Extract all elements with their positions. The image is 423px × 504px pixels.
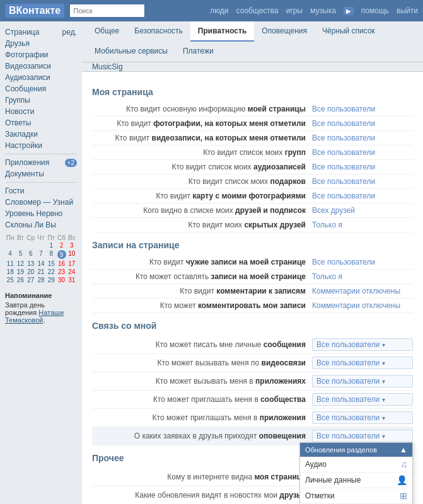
cal-day-19[interactable]: 19 <box>15 268 25 276</box>
sidebar-item-photos[interactable]: Фотографии <box>0 49 82 60</box>
dropdown-item-personal[interactable]: Личные данные 👤 <box>300 472 412 488</box>
tab-blacklist[interactable]: Чёрный список <box>315 21 383 42</box>
tab-notifications[interactable]: Оповещения <box>254 21 315 42</box>
sidebar-item-groups[interactable]: Группы <box>0 94 82 106</box>
sidebar-edit-link[interactable]: ред. <box>62 28 77 37</box>
cal-day-7[interactable]: 7 <box>36 249 46 260</box>
app-call-dropdown[interactable]: Все пользователи <box>312 375 413 387</box>
sidebar-item-friends[interactable]: Друзья <box>0 38 82 49</box>
cal-day-1[interactable]: 1 <box>46 241 56 249</box>
sidebar-videos-link[interactable]: Видеозаписи <box>5 62 51 71</box>
dropdown-item-marks[interactable]: Отметки ⊞ <box>300 488 412 504</box>
cal-day-24[interactable]: 24 <box>67 268 77 276</box>
messages-dropdown[interactable]: Все пользователи <box>312 338 413 351</box>
sidebar-page-link[interactable]: Страница <box>5 28 39 37</box>
cal-day-29[interactable]: 29 <box>46 276 56 284</box>
privacy-link-main-info[interactable]: Все пользователи <box>312 105 375 113</box>
sidebar-friends-link[interactable]: Друзья <box>5 39 30 48</box>
privacy-link-hidden-friends[interactable]: Только я <box>312 220 342 229</box>
tab-mobile[interactable]: Мобильные сервисы <box>87 42 175 62</box>
nav-people[interactable]: люди <box>210 6 228 15</box>
sidebar-item-messages[interactable]: Сообщения <box>0 83 82 94</box>
sidebar-item-videos[interactable]: Видеозаписи <box>0 60 82 72</box>
sidebar-answers-link[interactable]: Ответы <box>5 118 31 127</box>
privacy-link-audio[interactable]: Все пользователи <box>312 163 375 171</box>
sidebar-item-answers[interactable]: Ответы <box>0 117 82 129</box>
sidebar-item-settings[interactable]: Настройки <box>0 140 82 151</box>
privacy-link-gifts[interactable]: Все пользователи <box>312 177 375 186</box>
sidebar-item-sklony[interactable]: Склоны Ли Вы <box>0 219 82 231</box>
cal-day-20[interactable]: 20 <box>26 268 36 276</box>
cal-day-15[interactable]: 15 <box>46 260 56 268</box>
subtab-musicsig[interactable]: MusicSig <box>87 60 128 74</box>
tab-payments[interactable]: Платежи <box>175 42 221 62</box>
sidebar-slovomer-link[interactable]: Словомер — Узнай <box>5 198 73 207</box>
nav-communities[interactable]: сообщества <box>236 6 279 15</box>
cal-day-12[interactable]: 12 <box>15 260 25 268</box>
sidebar-sklony-link[interactable]: Склоны Ли Вы <box>5 220 56 229</box>
cal-day-2[interactable]: 2 <box>56 241 66 249</box>
sidebar-item-slovomer[interactable]: Словомер — Узнай <box>0 197 82 208</box>
sidebar-messages-link[interactable]: Сообщения <box>5 84 46 93</box>
sidebar-documents-link[interactable]: Документы <box>5 169 44 178</box>
cal-day-28[interactable]: 28 <box>36 276 46 284</box>
cal-day-26[interactable]: 26 <box>15 276 25 284</box>
sidebar-item-bookmarks[interactable]: Закладки <box>0 129 82 140</box>
cal-day-4[interactable]: 4 <box>5 249 15 260</box>
cal-day-13[interactable]: 13 <box>26 260 36 268</box>
privacy-link-groups[interactable]: Все пользователи <box>312 148 375 157</box>
privacy-link-others-posts[interactable]: Все пользователи <box>312 258 375 266</box>
privacy-link-can-comment[interactable]: Комментарии отключены <box>312 301 400 310</box>
invite-community-dropdown[interactable]: Все пользователи <box>312 393 413 406</box>
sidebar-photos-link[interactable]: Фотографии <box>5 50 49 59</box>
cal-day-18[interactable]: 18 <box>5 268 15 276</box>
sidebar-apps-link[interactable]: Приложения <box>5 158 49 167</box>
privacy-link-see-comments[interactable]: Комментарии отключены <box>312 287 400 295</box>
privacy-link-can-post[interactable]: Только я <box>312 272 342 281</box>
privacy-link-friends-subs[interactable]: Всех друзей <box>312 206 355 215</box>
cal-day-25[interactable]: 25 <box>5 276 15 284</box>
cal-day-27[interactable]: 27 <box>26 276 36 284</box>
cal-day-11[interactable]: 11 <box>5 260 15 268</box>
video-call-dropdown[interactable]: Все пользователи <box>312 357 413 369</box>
cal-day-16[interactable]: 16 <box>56 260 66 268</box>
privacy-link-photos-tagged[interactable]: Все пользователи <box>312 119 375 128</box>
music-play-icon[interactable]: ▶ <box>344 7 354 15</box>
sidebar-guests-link[interactable]: Гости <box>5 186 25 195</box>
reminder-link[interactable]: Наташи Темасковой <box>5 309 64 324</box>
sidebar-item-apps[interactable]: Приложения +2 <box>0 157 82 168</box>
cal-day-5[interactable]: 5 <box>15 249 25 260</box>
nav-logout[interactable]: выйти <box>397 6 418 15</box>
cal-day-3[interactable]: 3 <box>67 241 77 249</box>
sidebar-groups-link[interactable]: Группы <box>5 96 30 105</box>
cal-day-21[interactable]: 21 <box>36 268 46 276</box>
cal-day-22[interactable]: 22 <box>46 268 56 276</box>
vk-logo[interactable]: ВКонтакте <box>5 4 64 18</box>
sidebar-bookmarks-link[interactable]: Закладки <box>5 130 38 139</box>
privacy-link-map[interactable]: Все пользователи <box>312 192 375 200</box>
nav-music[interactable]: музыка <box>310 6 336 15</box>
cal-day-10[interactable]: 10 <box>67 249 77 260</box>
section-dropdown-close[interactable]: ▲ <box>400 445 407 454</box>
search-box[interactable] <box>69 4 145 18</box>
tab-security[interactable]: Безопасность <box>127 21 190 42</box>
invite-app-dropdown[interactable]: Все пользователи <box>312 411 413 424</box>
sidebar-page[interactable]: Страница ред. <box>0 26 82 38</box>
sidebar-uroven-link[interactable]: Уровень Нервно <box>5 209 62 218</box>
tab-general[interactable]: Общее <box>87 21 127 42</box>
cal-day-9[interactable]: 9 <box>56 249 66 260</box>
cal-day-30[interactable]: 30 <box>56 276 66 284</box>
sidebar-item-documents[interactable]: Документы <box>0 168 82 180</box>
cal-day-31[interactable]: 31 <box>67 276 77 284</box>
cal-day-17[interactable]: 17 <box>67 260 77 268</box>
nav-help[interactable]: помощь <box>361 6 389 15</box>
nav-games[interactable]: игры <box>286 6 303 15</box>
sidebar-audio-link[interactable]: Аудиозаписи <box>5 73 50 82</box>
search-input[interactable] <box>73 7 136 14</box>
sidebar-item-uroven[interactable]: Уровень Нервно <box>0 208 82 219</box>
sidebar-item-guests[interactable]: Гости <box>0 185 82 197</box>
sidebar-news-link[interactable]: Новости <box>5 107 34 116</box>
sidebar-settings-link[interactable]: Настройки <box>5 141 42 150</box>
cal-day-8[interactable]: 8 <box>46 249 56 260</box>
dropdown-item-audio[interactable]: Аудио ♫ <box>300 457 412 472</box>
